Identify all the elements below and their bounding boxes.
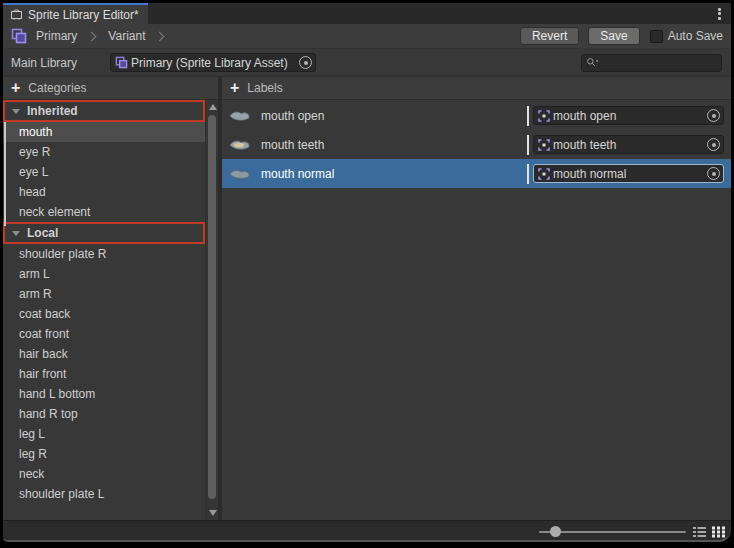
sprite-object-field[interactable]: mouth teeth xyxy=(533,135,724,154)
category-item-neck[interactable]: neck xyxy=(3,464,205,484)
toolbar-actions: Revert Save Auto Save xyxy=(520,27,726,45)
labels-header-title: Labels xyxy=(247,81,282,95)
scroll-up-arrow-icon[interactable] xyxy=(209,104,217,110)
sprite-library-editor-window: Sprite Library Editor* Primary Variant R… xyxy=(3,3,731,542)
category-item-hand-l-bottom[interactable]: hand L bottom xyxy=(3,384,205,404)
auto-save-checkbox[interactable] xyxy=(650,30,663,43)
sprite-field-value: mouth teeth xyxy=(553,138,704,152)
sprite-asset-icon xyxy=(538,110,550,122)
kebab-menu-icon[interactable] xyxy=(712,4,731,23)
auto-save-label: Auto Save xyxy=(668,29,723,43)
label-name: mouth open xyxy=(261,109,527,123)
object-picker-icon[interactable] xyxy=(707,138,720,151)
sprite-library-asset-icon xyxy=(115,56,128,69)
mouth-sprite-thumbnail xyxy=(228,167,252,181)
scroll-position-indicator xyxy=(4,122,6,226)
categories-panel: Inherited mouth eye R eye L head neck el… xyxy=(3,100,218,520)
label-name: mouth normal xyxy=(261,167,527,181)
category-item-shoulder-plate-l[interactable]: shoulder plate L xyxy=(3,484,205,504)
category-item-hand-r-top[interactable]: hand R top xyxy=(3,404,205,424)
editor-content: Inherited mouth eye R eye L head neck el… xyxy=(3,100,731,520)
category-item-hair-back[interactable]: hair back xyxy=(3,344,205,364)
category-item-arm-r[interactable]: arm R xyxy=(3,284,205,304)
grid-view-icon[interactable] xyxy=(712,526,725,538)
category-item-coat-back[interactable]: coat back xyxy=(3,304,205,324)
mouth-sprite-thumbnail xyxy=(228,109,252,123)
category-item-leg-l[interactable]: leg L xyxy=(3,424,205,444)
scroll-down-arrow-icon[interactable] xyxy=(209,510,217,516)
sprite-asset-icon xyxy=(538,168,550,180)
breadcrumb-variant[interactable]: Variant xyxy=(106,29,147,43)
category-item-eye-r[interactable]: eye R xyxy=(3,142,205,162)
object-picker-icon[interactable] xyxy=(707,109,720,122)
label-row-mouth-open[interactable]: mouth open mouth open xyxy=(222,101,731,130)
category-item-mouth[interactable]: mouth xyxy=(3,122,205,142)
chevron-right-icon xyxy=(155,31,165,41)
main-library-row: Main Library Primary (Sprite Library Ass… xyxy=(3,48,731,76)
tab-title: Sprite Library Editor* xyxy=(28,8,139,22)
main-library-object-value: Primary (Sprite Library Asset) xyxy=(131,56,296,70)
override-indicator-bar xyxy=(527,135,529,155)
sprite-object-field[interactable]: mouth open xyxy=(533,106,724,125)
category-item-head[interactable]: head xyxy=(3,182,205,202)
save-button[interactable]: Save xyxy=(588,27,639,45)
sprite-field-value: mouth normal xyxy=(553,167,704,181)
labels-panel: mouth open mouth open xyxy=(222,100,731,520)
main-library-label: Main Library xyxy=(11,56,110,70)
category-item-leg-r[interactable]: leg R xyxy=(3,444,205,464)
sprite-object-field[interactable]: mouth normal xyxy=(533,164,724,183)
label-name: mouth teeth xyxy=(261,138,527,152)
panel-headers: + Categories + Labels xyxy=(3,76,731,100)
main-library-object-field[interactable]: Primary (Sprite Library Asset) xyxy=(110,53,316,72)
thumbnail-size-slider[interactable] xyxy=(539,531,686,533)
categories-header: + Categories xyxy=(3,77,218,99)
category-group-local[interactable]: Local xyxy=(3,222,205,244)
add-label-button[interactable]: + xyxy=(230,80,239,96)
group-name-inherited: Inherited xyxy=(27,104,78,118)
object-picker-icon[interactable] xyxy=(299,56,312,69)
scrollbar-thumb[interactable] xyxy=(208,115,216,499)
revert-button[interactable]: Revert xyxy=(520,27,579,45)
categories-header-title: Categories xyxy=(28,81,86,95)
tab-sprite-library-editor[interactable]: Sprite Library Editor* xyxy=(3,3,148,24)
list-view-icon[interactable] xyxy=(693,526,706,538)
category-item-eye-l[interactable]: eye L xyxy=(3,162,205,182)
foldout-triangle-icon xyxy=(12,231,20,236)
label-row-mouth-normal[interactable]: mouth normal mouth normal xyxy=(222,159,731,188)
sprite-asset-icon xyxy=(538,139,550,151)
categories-scrollbar[interactable] xyxy=(205,100,218,520)
category-item-neck-element[interactable]: neck element xyxy=(3,202,205,222)
breadcrumb-toolbar: Primary Variant Revert Save Auto Save xyxy=(3,24,731,48)
group-name-local: Local xyxy=(27,226,58,240)
tab-bar: Sprite Library Editor* xyxy=(3,3,731,24)
sprite-library-editor-icon xyxy=(10,8,23,21)
object-picker-icon[interactable] xyxy=(707,167,720,180)
category-item-arm-l[interactable]: arm L xyxy=(3,264,205,284)
label-row-mouth-teeth[interactable]: mouth teeth mouth teeth xyxy=(222,130,731,159)
override-indicator-bar xyxy=(527,164,529,184)
category-group-inherited[interactable]: Inherited xyxy=(3,100,205,122)
slider-handle[interactable] xyxy=(550,526,561,537)
labels-header: + Labels xyxy=(222,77,731,99)
footer-bar xyxy=(3,520,731,542)
foldout-triangle-icon xyxy=(12,109,20,114)
category-item-coat-front[interactable]: coat front xyxy=(3,324,205,344)
sprite-library-variant-icon xyxy=(11,28,27,44)
breadcrumb-primary[interactable]: Primary xyxy=(34,29,79,43)
mouth-sprite-thumbnail xyxy=(228,138,252,152)
chevron-right-icon xyxy=(87,31,97,41)
category-item-hair-front[interactable]: hair front xyxy=(3,364,205,384)
sprite-field-value: mouth open xyxy=(553,109,704,123)
search-icon xyxy=(586,57,600,68)
add-category-button[interactable]: + xyxy=(11,80,20,96)
override-indicator-bar xyxy=(527,106,529,126)
category-item-shoulder-plate-r[interactable]: shoulder plate R xyxy=(3,244,205,264)
search-input[interactable] xyxy=(581,54,722,72)
